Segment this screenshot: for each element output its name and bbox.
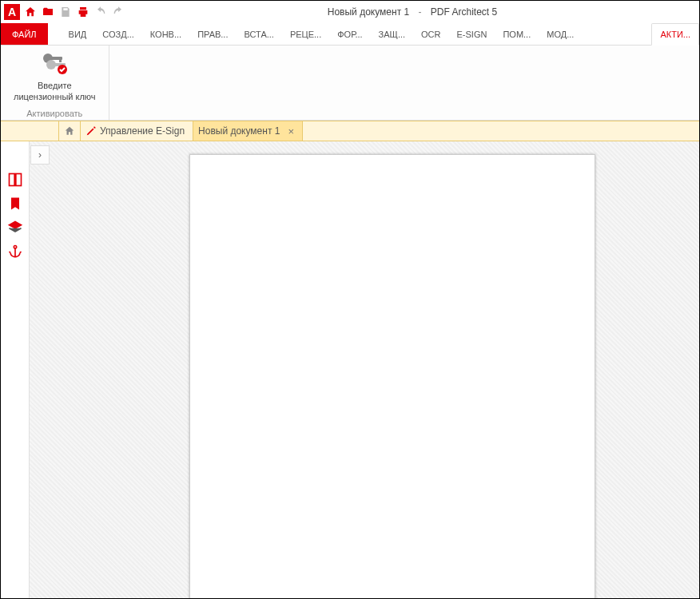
tab-activate[interactable]: АКТИ... [651,23,699,46]
svg-rect-2 [59,57,62,62]
license-key-label: Введите лицензионный ключ [14,81,96,101]
doc-tab-esign-label: Управление E-Sign [100,125,185,137]
keys-icon [40,50,69,76]
doc-tab-esign[interactable]: Управление E-Sign [81,121,193,141]
pen-icon [86,125,97,137]
tab-ocr[interactable]: OCR [413,23,448,45]
title-doc: Новый документ 1 [328,6,409,18]
thumbnails-icon[interactable] [6,170,25,189]
redo-icon[interactable] [111,5,125,19]
tab-modules[interactable]: МОД... [539,23,582,45]
license-key-button[interactable] [40,50,69,76]
close-icon[interactable]: × [288,125,294,137]
print-icon[interactable] [76,5,90,19]
document-canvas[interactable] [30,141,699,598]
tab-form[interactable]: ФОР... [329,23,370,45]
tab-view[interactable]: ВИД [61,23,95,45]
undo-icon[interactable] [93,5,108,19]
panel-group-footer: Активировать [14,107,96,118]
svg-rect-8 [15,174,21,186]
ribbon-tabs: ФАЙЛ ВИД СОЗД... КОНВ... ПРАВ... ВСТА...… [1,23,699,46]
doc-tab-document1-label: Новый документ 1 [198,125,280,137]
home-icon[interactable] [23,5,38,19]
tab-convert[interactable]: КОНВ... [142,23,189,45]
tab-create[interactable]: СОЗД... [94,23,142,45]
document-tabs: Управление E-Sign Новый документ 1 × [1,121,699,141]
layers-icon[interactable] [6,218,25,237]
svg-rect-7 [9,174,14,186]
tab-file[interactable]: ФАЙЛ [1,23,48,45]
app-logo: A [4,4,20,20]
home-icon [64,125,75,137]
doc-tab-document1[interactable]: Новый документ 1 × [193,121,303,141]
page [189,154,595,598]
tab-help[interactable]: ПОМ... [495,23,539,45]
ribbon-panel: Введите лицензионный ключ Активировать [1,46,699,121]
title-separator: - [418,6,421,18]
tab-security[interactable]: ЗАЩ... [371,23,413,45]
tab-review[interactable]: РЕЦЕ... [282,23,329,45]
main [1,141,699,598]
svg-point-9 [14,246,16,248]
tab-esign[interactable]: E-SIGN [449,23,495,45]
window-title: Новый документ 1 - PDF Architect 5 [129,6,696,18]
tab-insert[interactable]: ВСТА... [236,23,281,45]
title-app: PDF Architect 5 [431,6,497,18]
left-sidebar [1,141,30,598]
titlebar: A Новый документ 1 - PDF Architect 5 [1,1,699,23]
save-icon[interactable] [58,5,73,19]
doc-tab-home[interactable] [58,121,81,141]
tab-edit[interactable]: ПРАВ... [189,23,236,45]
license-key-group: Введите лицензионный ключ Активировать [1,46,109,120]
open-folder-icon[interactable] [41,5,55,19]
anchor-icon[interactable] [6,242,25,261]
sidebar-toggle[interactable]: › [30,145,50,165]
bookmarks-icon[interactable] [6,194,25,213]
